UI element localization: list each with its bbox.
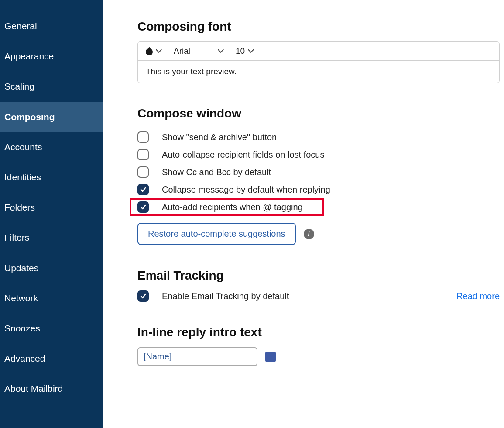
read-more-link[interactable]: Read more — [456, 291, 500, 301]
info-icon[interactable]: i — [304, 229, 314, 239]
sidebar-item-advanced[interactable]: Advanced — [0, 343, 103, 373]
sidebar-item-scaling[interactable]: Scaling — [0, 71, 103, 101]
option-auto-add-recipients: Auto-add recipients when @ tagging — [130, 198, 324, 216]
checkbox[interactable] — [137, 184, 149, 195]
font-preview-text: This is your text preview. — [138, 61, 499, 83]
chevron-down-icon — [218, 48, 223, 54]
inline-reply-title: In-line reply intro text — [137, 325, 500, 339]
sidebar-item-folders[interactable]: Folders — [0, 192, 103, 222]
composing-font-title: Composing font — [137, 20, 500, 34]
checkbox[interactable] — [137, 166, 149, 178]
font-toolbar: Arial 10 — [138, 42, 499, 61]
option-email-tracking: Enable Email Tracking by default — [137, 290, 289, 302]
chevron-down-icon — [248, 48, 254, 54]
font-family-select[interactable]: Arial — [174, 46, 226, 56]
checkbox[interactable] — [137, 290, 149, 302]
compose-window-title: Compose window — [137, 107, 500, 121]
sidebar-item-general[interactable]: General — [0, 11, 103, 41]
option-collapse-reply: Collapse message by default when replyin… — [137, 181, 500, 198]
chevron-down-icon — [156, 48, 161, 54]
checkbox[interactable] — [137, 201, 149, 213]
option-label: Auto-add recipients when @ tagging — [162, 202, 303, 212]
option-label: Show "send & archive" button — [162, 132, 277, 142]
option-label: Auto-collapse recipient fields on lost f… — [162, 150, 324, 160]
settings-content: Composing font Arial 10 This is your tex… — [103, 0, 504, 428]
composing-font-box: Arial 10 This is your text preview. — [137, 41, 500, 83]
option-show-cc-bcc: Show Cc and Bcc by default — [137, 163, 500, 181]
inline-reply-input[interactable] — [137, 347, 257, 366]
sidebar-item-about[interactable]: About Mailbird — [0, 373, 103, 404]
option-label: Enable Email Tracking by default — [162, 291, 289, 301]
droplet-icon — [146, 47, 153, 55]
option-label: Collapse message by default when replyin… — [162, 185, 330, 195]
settings-sidebar: General Appearance Scaling Composing Acc… — [0, 0, 103, 428]
font-size-select[interactable]: 10 — [236, 46, 256, 56]
sidebar-item-accounts[interactable]: Accounts — [0, 132, 103, 162]
sidebar-item-appearance[interactable]: Appearance — [0, 41, 103, 71]
option-label: Show Cc and Bcc by default — [162, 167, 271, 177]
restore-autocomplete-button[interactable]: Restore auto-complete suggestions — [137, 223, 296, 245]
sidebar-item-snoozes[interactable]: Snoozes — [0, 313, 103, 343]
sidebar-item-network[interactable]: Network — [0, 283, 103, 313]
sidebar-item-composing[interactable]: Composing — [0, 102, 103, 132]
sidebar-item-filters[interactable]: Filters — [0, 222, 103, 252]
option-auto-collapse: Auto-collapse recipient fields on lost f… — [137, 146, 500, 163]
option-send-archive: Show "send & archive" button — [137, 128, 500, 146]
font-color-picker[interactable] — [146, 47, 164, 55]
compose-window-options: Show "send & archive" button Auto-collap… — [137, 128, 500, 216]
inline-reply-color-swatch[interactable] — [265, 352, 276, 362]
font-family-value: Arial — [174, 46, 190, 56]
sidebar-item-updates[interactable]: Updates — [0, 253, 103, 283]
checkbox[interactable] — [137, 131, 149, 143]
sidebar-item-identities[interactable]: Identities — [0, 162, 103, 192]
email-tracking-title: Email Tracking — [137, 269, 500, 283]
checkbox[interactable] — [137, 149, 149, 160]
font-size-value: 10 — [236, 46, 245, 56]
